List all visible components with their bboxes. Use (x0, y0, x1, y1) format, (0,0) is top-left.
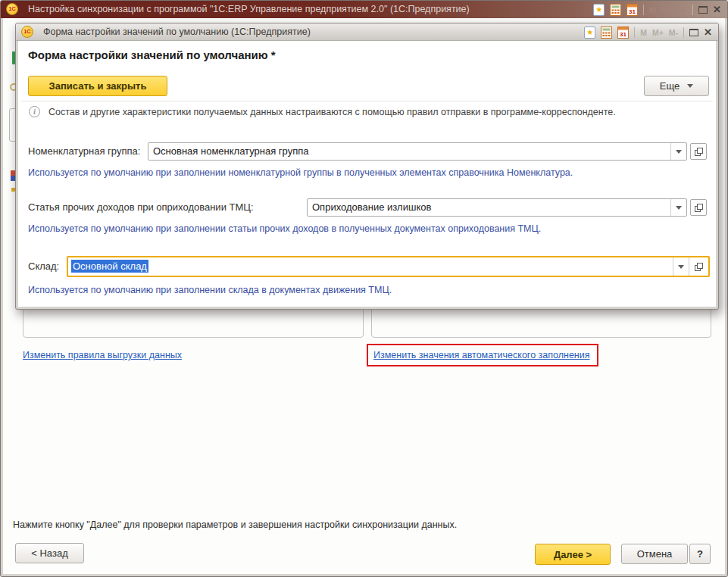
back-button[interactable]: < Назад (15, 543, 84, 563)
more-button[interactable]: Еще (644, 76, 709, 96)
favorites-icon[interactable]: ★ (593, 4, 605, 16)
dialog-titlebar: 1С Форма настройки значений по умолчанию… (16, 23, 718, 41)
nomenclature-group-dropdown-button[interactable] (670, 143, 686, 160)
screen: 1С Настройка синхронизации с программой … (0, 0, 728, 577)
open-icon (695, 204, 703, 212)
info-icon: i (29, 106, 40, 117)
calendar-icon[interactable]: 31 (617, 27, 629, 39)
warehouse-dropdown-button[interactable] (673, 257, 689, 276)
chevron-down-icon (676, 150, 682, 154)
svg-text:31: 31 (629, 8, 636, 15)
calculator-icon[interactable] (601, 27, 612, 39)
warehouse-field[interactable]: Основной склад (67, 256, 710, 277)
open-icon (695, 148, 703, 156)
memory-m-minus-indicator: М- (669, 28, 678, 37)
warehouse-label: Склад: (28, 257, 59, 276)
nomenclature-group-field[interactable]: Основная номенклатурная группа (148, 142, 687, 161)
help-button[interactable]: ? (689, 544, 711, 564)
titlebar-separator (683, 27, 684, 38)
next-button[interactable]: Далее > (535, 544, 611, 565)
nomenclature-group-hint: Используется по умолчанию при заполнении… (28, 167, 573, 178)
dialog-body: Форма настройки значений по умолчанию * … (18, 41, 716, 307)
other-income-item-value[interactable]: Оприходование излишков (308, 199, 670, 216)
annotation-highlight-box: Изменить значения автоматического заполн… (367, 344, 598, 366)
1c-logo-icon: 1С (6, 3, 18, 15)
titlebar-separator (643, 5, 644, 15)
warehouse-value[interactable]: Основной склад (68, 257, 673, 276)
selected-text: Основной склад (71, 260, 148, 273)
nomenclature-group-value[interactable]: Основная номенклатурная группа (148, 143, 670, 160)
command-bar-separator (21, 101, 713, 101)
other-income-item-hint: Используется по умолчанию при заполнении… (28, 223, 541, 234)
chevron-down-icon (678, 265, 684, 269)
parent-window-title: Настройка синхронизации с программой "1С… (28, 1, 470, 18)
chevron-down-icon (687, 84, 693, 88)
other-income-item-label: Статья прочих доходов при оприходовании … (28, 198, 254, 217)
other-income-item-dropdown-button[interactable] (670, 199, 686, 216)
1c-logo-icon: 1С (21, 26, 33, 38)
other-income-item-field[interactable]: Оприходование излишков (307, 198, 687, 217)
calculator-icon[interactable] (610, 4, 621, 16)
save-and-close-button[interactable]: Записать и закрыть (28, 76, 167, 96)
parent-titlebar-icons: ★ 31 М М+ М- ✕ (593, 1, 721, 18)
memory-m-plus-indicator: М+ (652, 28, 664, 37)
calendar-icon[interactable]: 31 (626, 4, 638, 16)
nomenclature-group-label: Номенклатурная группа: (28, 142, 140, 161)
dialog-window-title: Форма настройки значений по умолчанию (1… (43, 23, 311, 41)
maximize-icon[interactable] (698, 6, 708, 14)
memory-m-indicator: М (640, 28, 647, 37)
parent-titlebar: 1С Настройка синхронизации с программой … (1, 1, 727, 18)
warehouse-hint: Используется по умолчанию при заполнении… (28, 285, 392, 295)
change-export-rules-link[interactable]: Изменить правила выгрузки данных (23, 350, 182, 360)
open-icon (695, 263, 703, 271)
info-text: Состав и другие характеристики получаемы… (48, 107, 616, 117)
titlebar-separator (692, 5, 693, 15)
close-icon[interactable]: ✕ (704, 23, 712, 41)
maximize-icon[interactable] (689, 29, 698, 36)
memory-m-minus-indicator: М- (678, 5, 687, 14)
default-values-dialog: 1С Форма настройки значений по умолчанию… (15, 23, 719, 310)
other-income-item-open-button[interactable] (690, 199, 707, 216)
chevron-down-icon (676, 206, 682, 210)
wizard-hint-text: Нажмите кнопку "Далее" для проверки пара… (13, 519, 457, 530)
svg-text:31: 31 (620, 31, 626, 38)
close-icon[interactable]: ✕ (713, 1, 721, 18)
favorites-icon[interactable]: ★ (584, 27, 595, 39)
nomenclature-group-open-button[interactable] (690, 143, 707, 160)
titlebar-separator (634, 27, 635, 38)
dialog-titlebar-icons: ★ 31 М М+ М- ✕ (584, 23, 712, 41)
more-button-label: Еще (660, 80, 680, 92)
cancel-button[interactable]: Отмена (621, 544, 688, 564)
memory-m-plus-indicator: М+ (661, 5, 673, 14)
dialog-heading: Форма настройки значений по умолчанию * (28, 48, 276, 61)
warehouse-open-button[interactable] (689, 257, 708, 276)
change-autofill-values-link[interactable]: Изменить значения автоматического заполн… (373, 350, 590, 360)
memory-m-indicator: М (649, 5, 656, 14)
